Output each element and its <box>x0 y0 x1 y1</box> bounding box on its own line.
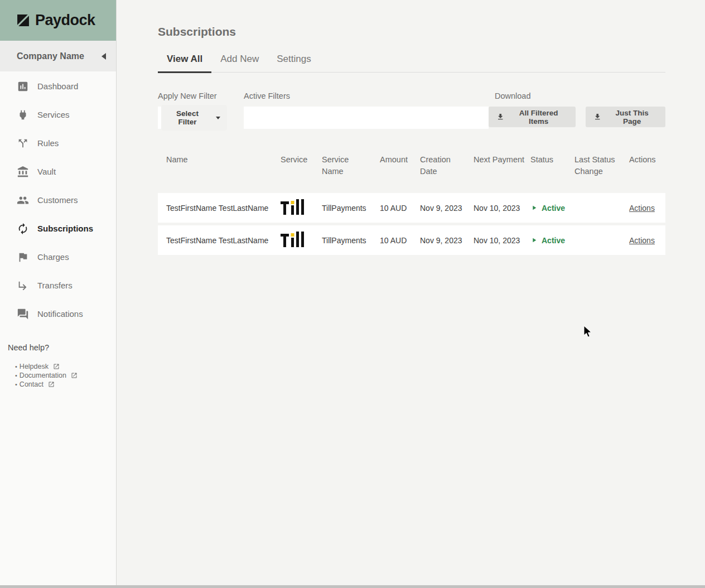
help-title: Need help? <box>8 343 116 352</box>
active-filters-label: Active Filters <box>244 91 489 100</box>
column-header-last-status-change: Last Status Change <box>571 150 625 177</box>
download-all-filtered-button[interactable]: All Filtered Items <box>489 107 576 127</box>
customers-people-icon <box>17 194 29 206</box>
sidebar-item-rules[interactable]: Rules <box>0 129 116 157</box>
column-header-service-name: Service Name <box>318 150 373 177</box>
sidebar-item-label: Charges <box>37 252 69 262</box>
help-link-contact[interactable]: Contact <box>15 380 116 389</box>
tab-view-all[interactable]: View All <box>158 54 211 72</box>
cell-creation-date: Nov 9, 2023 <box>416 236 469 245</box>
cell-creation-date: Nov 9, 2023 <box>416 204 469 213</box>
filter-bar: Apply New Filter Select Filter Active Fi… <box>158 91 665 129</box>
table-header: Name Service Service Name Amount Creatio… <box>158 150 665 193</box>
charges-flag-icon <box>17 251 29 263</box>
sidebar-item-dashboard[interactable]: Dashboard <box>0 72 116 100</box>
external-link-icon <box>53 363 60 370</box>
download-buttons: All Filtered Items Just This Page <box>489 107 665 127</box>
apply-filter-panel: Select Filter <box>158 107 227 129</box>
cell-status: Active <box>527 236 571 245</box>
sidebar-item-charges[interactable]: Charges <box>0 243 116 271</box>
download-this-page-label: Just This Page <box>606 109 658 126</box>
help-link-label: Documentation <box>20 371 66 380</box>
help-link-label: Helpdesk <box>20 362 49 371</box>
transfers-arrow-icon <box>17 279 29 292</box>
cell-next-payment: Nov 10, 2023 <box>469 204 527 213</box>
cell-service-name: TillPayments <box>318 236 373 245</box>
column-header-next-payment: Next Payment <box>469 150 527 177</box>
sidebar-nav: Dashboard Services Rules Vault Customers <box>0 71 116 328</box>
download-icon <box>593 113 601 121</box>
sidebar-item-vault[interactable]: Vault <box>0 157 116 186</box>
tab-settings[interactable]: Settings <box>268 54 320 72</box>
help-link-label: Contact <box>20 380 44 389</box>
bottom-scrollbar[interactable] <box>0 585 705 588</box>
actions-link[interactable]: Actions <box>629 236 655 245</box>
tab-bar: View All Add New Settings <box>158 54 665 73</box>
apply-filter-label: Apply New Filter <box>158 91 227 100</box>
chevron-down-icon <box>216 117 220 119</box>
company-selector[interactable]: Company Name <box>0 41 116 71</box>
download-all-filtered-label: All Filtered Items <box>509 109 568 126</box>
cell-service <box>272 230 318 250</box>
table-row: TestFirstName TestLastName TillPayments … <box>158 193 665 223</box>
download-group: Download All Filtered Items Just This Pa… <box>489 91 665 129</box>
column-header-service: Service <box>272 150 318 177</box>
cell-service-name: TillPayments <box>318 204 373 213</box>
download-this-page-button[interactable]: Just This Page <box>586 107 665 127</box>
cell-name: TestFirstName TestLastName <box>158 236 272 245</box>
actions-link[interactable]: Actions <box>629 204 655 213</box>
company-name-label: Company Name <box>17 51 84 61</box>
till-payments-logo <box>281 230 306 250</box>
status-badge: Active <box>530 204 571 213</box>
sidebar-item-customers[interactable]: Customers <box>0 186 116 214</box>
external-link-icon <box>71 372 78 379</box>
sidebar-item-services[interactable]: Services <box>0 100 116 129</box>
cell-name: TestFirstName TestLastName <box>158 204 272 213</box>
cell-actions: Actions <box>625 204 665 213</box>
help-link-documentation[interactable]: Documentation <box>15 371 116 380</box>
cell-amount: 10 AUD <box>373 236 416 245</box>
column-header-amount: Amount <box>373 150 416 177</box>
status-label: Active <box>542 236 565 245</box>
select-filter-label: Select Filter <box>168 109 207 126</box>
subscriptions-renew-icon <box>17 223 29 235</box>
sidebar-item-subscriptions[interactable]: Subscriptions <box>0 214 116 243</box>
help-links: Helpdesk Documentation Contact <box>8 362 116 389</box>
cell-service <box>272 198 318 218</box>
sidebar-item-label: Services <box>37 110 70 119</box>
sidebar-item-label: Dashboard <box>37 81 78 91</box>
apply-filter-group: Apply New Filter Select Filter <box>158 91 227 129</box>
page-title: Subscriptions <box>158 25 665 38</box>
status-badge: Active <box>530 236 571 245</box>
paydock-logo-icon <box>16 13 30 27</box>
sidebar-item-label: Rules <box>37 138 59 148</box>
sidebar-item-label: Customers <box>37 195 78 205</box>
brand-wordmark: Paydock <box>35 12 95 29</box>
tab-add-new[interactable]: Add New <box>211 54 268 72</box>
table-row: TestFirstName TestLastName TillPayments … <box>158 225 665 255</box>
sidebar-item-transfers[interactable]: Transfers <box>0 271 116 300</box>
help-link-helpdesk[interactable]: Helpdesk <box>15 362 116 371</box>
sidebar: Paydock Company Name Dashboard Services … <box>0 0 117 588</box>
column-header-actions: Actions <box>625 150 665 177</box>
till-payments-logo <box>281 198 306 218</box>
sidebar-item-notifications[interactable]: Notifications <box>0 300 116 328</box>
sidebar-collapse-icon[interactable] <box>102 53 106 60</box>
download-icon <box>496 113 504 121</box>
vault-bank-icon <box>17 166 29 178</box>
services-plug-icon <box>17 109 29 121</box>
logo-header: Paydock <box>0 0 116 41</box>
select-filter-dropdown[interactable]: Select Filter <box>161 105 227 131</box>
cell-next-payment: Nov 10, 2023 <box>469 236 527 245</box>
notifications-chat-icon <box>17 308 29 320</box>
play-icon <box>530 237 538 244</box>
main-content: Subscriptions View All Add New Settings … <box>117 0 705 588</box>
play-icon <box>530 204 538 211</box>
rules-split-icon <box>17 137 29 150</box>
column-header-status: Status <box>527 150 571 177</box>
cell-amount: 10 AUD <box>373 204 416 213</box>
help-section: Need help? Helpdesk Documentation Contac… <box>0 343 116 389</box>
column-header-name: Name <box>158 150 272 177</box>
dashboard-icon <box>17 80 29 93</box>
status-label: Active <box>542 204 565 213</box>
